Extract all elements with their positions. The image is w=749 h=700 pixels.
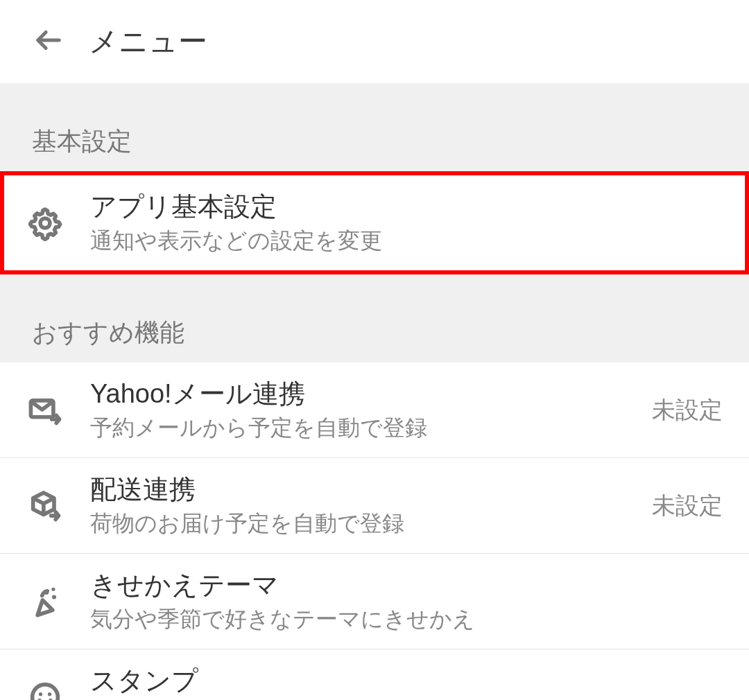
menu-item-yahoo-mail[interactable]: Yahoo!メール連携 予約メールから予定を自動で登録 未設定 xyxy=(0,362,749,457)
menu-item-title: きせかえテーマ xyxy=(90,569,723,602)
menu-item-delivery[interactable]: 配送連携 荷物のお届け予定を自動で登録 未設定 xyxy=(0,457,749,553)
menu-item-theme[interactable]: きせかえテーマ 気分や季節で好きなテーマにきせかえ xyxy=(0,553,749,649)
section-header-basic: 基本設定 xyxy=(0,83,749,171)
menu-item-subtitle: 荷物のお届け予定を自動で登録 xyxy=(90,509,639,539)
menu-item-texts: アプリ基本設定 通知や表示などの設定を変更 xyxy=(90,191,723,255)
svg-point-4 xyxy=(51,587,55,590)
back-button[interactable] xyxy=(28,21,69,62)
svg-point-3 xyxy=(52,595,56,599)
list-recommended: Yahoo!メール連携 予約メールから予定を自動で登録 未設定 配送連携 荷物の… xyxy=(0,362,749,700)
menu-item-status: 未設定 xyxy=(652,490,723,522)
gear-icon xyxy=(25,203,65,243)
mail-arrow-icon xyxy=(25,390,65,430)
menu-item-title: Yahoo!メール連携 xyxy=(90,378,639,411)
header-title: メニュー xyxy=(89,22,207,61)
svg-point-7 xyxy=(48,692,51,696)
app-header: メニュー xyxy=(0,0,749,83)
menu-item-subtitle: 気分や季節で好きなテーマにきせかえ xyxy=(90,605,723,634)
menu-item-subtitle: 予約メールから予定を自動で登録 xyxy=(90,414,639,443)
svg-point-0 xyxy=(40,218,50,228)
menu-item-texts: Yahoo!メール連携 予約メールから予定を自動で登録 xyxy=(90,378,639,442)
menu-item-title: スタンプ xyxy=(90,665,723,698)
arrow-left-icon xyxy=(33,24,64,59)
svg-point-5 xyxy=(33,685,58,700)
menu-item-title: アプリ基本設定 xyxy=(90,191,723,224)
list-basic: アプリ基本設定 通知や表示などの設定を変更 xyxy=(0,171,749,274)
menu-item-texts: スタンプ スタンプの追加と管理 xyxy=(90,665,723,700)
menu-item-texts: きせかえテーマ 気分や季節で好きなテーマにきせかえ xyxy=(90,569,723,633)
party-popper-icon xyxy=(25,581,65,622)
package-arrow-icon xyxy=(25,486,65,526)
menu-item-title: 配送連携 xyxy=(90,473,639,507)
menu-item-subtitle: 通知や表示などの設定を変更 xyxy=(90,227,723,256)
section-header-recommended: おすすめ機能 xyxy=(0,274,749,362)
smile-icon xyxy=(25,677,65,700)
menu-item-status: 未設定 xyxy=(652,394,723,426)
menu-item-stamp[interactable]: スタンプ スタンプの追加と管理 xyxy=(0,649,749,700)
svg-point-6 xyxy=(39,692,42,696)
menu-item-texts: 配送連携 荷物のお届け予定を自動で登録 xyxy=(90,473,639,538)
menu-item-app-basic-settings[interactable]: アプリ基本設定 通知や表示などの設定を変更 xyxy=(0,171,749,274)
